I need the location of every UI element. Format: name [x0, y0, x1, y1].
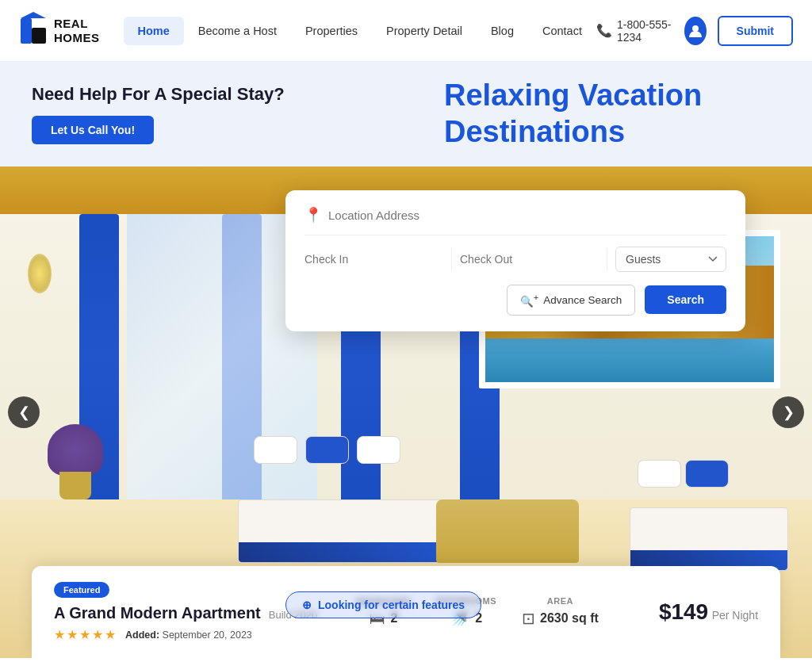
area-label: Area — [547, 596, 573, 606]
user-avatar[interactable] — [684, 17, 707, 45]
features-icon: ⊕ — [302, 599, 312, 611]
featured-badge: Featured — [54, 582, 109, 598]
plant-pot — [59, 472, 91, 499]
nav-link-become-host[interactable]: Become a Host — [184, 17, 291, 45]
bed-2 — [630, 476, 788, 571]
search-actions: 🔍+ Advance Search Search — [304, 285, 726, 316]
nav-link-properties[interactable]: Properties — [291, 17, 372, 45]
pillow-4 — [638, 460, 681, 488]
svg-rect-1 — [32, 28, 46, 44]
vacation-title-section: Relaxing Vacation Destinations — [412, 62, 812, 166]
area-value: 2630 sq ft — [540, 611, 599, 626]
navbar: REALHOMES Home Become a Host Properties … — [0, 0, 812, 62]
phone-group: 📞 1-800-555-1234 — [596, 18, 673, 44]
property-title: A Grand Modern Apartment — [54, 604, 261, 622]
bed-body-2 — [630, 507, 788, 571]
advance-search-button[interactable]: 🔍+ Advance Search — [507, 285, 636, 316]
star-rating: ★★★★★ — [54, 627, 117, 642]
help-banner: Need Help For A Special Stay? Let Us Cal… — [0, 62, 412, 166]
location-row: 📍 — [304, 206, 726, 235]
price: $149 — [659, 599, 708, 624]
guests-select[interactable]: Guests 1 Guest 2 Guests 3 Guests 4+ Gues… — [615, 247, 726, 272]
phone-icon: 📞 — [596, 23, 612, 38]
help-text: Need Help For A Special Stay? — [32, 84, 285, 105]
svg-point-3 — [692, 25, 699, 32]
plant — [48, 428, 103, 499]
painting-water — [485, 339, 774, 382]
hero-top-section: Need Help For A Special Stay? Let Us Cal… — [0, 62, 812, 166]
user-icon — [688, 23, 703, 39]
pillow-5 — [685, 460, 729, 488]
nav-right: 📞 1-800-555-1234 Submit — [596, 16, 793, 46]
logo-icon — [19, 12, 48, 50]
area-group: Area ⊡ 2630 sq ft — [522, 596, 599, 628]
area-icon: ⊡ — [522, 609, 535, 628]
plant-leaves — [48, 424, 103, 476]
checkout-input[interactable] — [460, 250, 599, 269]
price-section: $149 Per Night — [659, 599, 758, 625]
hero-section: ❮ ❯ 📍 Guests 1 Guest 2 Guests 3 Guests 4… — [0, 166, 812, 658]
call-button[interactable]: Let Us Call You! — [32, 116, 154, 144]
per-night: Per Night — [712, 609, 758, 622]
bed-1 — [238, 452, 444, 563]
nav-link-contact[interactable]: Contact — [528, 17, 596, 45]
features-link[interactable]: ⊕ Looking for certain features — [285, 591, 481, 618]
search-box: 📍 Guests 1 Guest 2 Guests 3 Guests 4+ Gu… — [285, 190, 745, 331]
search-button[interactable]: Search — [645, 285, 726, 314]
phone-number: 1-800-555-1234 — [617, 18, 673, 44]
nav-links: Home Become a Host Properties Property D… — [124, 17, 596, 45]
prev-slide-button[interactable]: ❮ — [8, 396, 40, 428]
pillow-2 — [305, 436, 349, 464]
added-text: Added: September 20, 2023 — [125, 629, 252, 641]
svg-rect-0 — [21, 18, 32, 44]
bed-runner-1 — [239, 542, 443, 562]
rating-row: ★★★★★ Added: September 20, 2023 — [54, 627, 340, 642]
advance-search-icon: 🔍+ — [520, 293, 539, 308]
submit-button[interactable]: Submit — [718, 16, 793, 46]
logo-text: REALHOMES — [54, 17, 100, 45]
bed-body-1 — [238, 499, 444, 563]
pillow-3 — [357, 436, 400, 464]
area-value-row: ⊡ 2630 sq ft — [522, 609, 599, 628]
nav-link-property-detail[interactable]: Property Detail — [372, 17, 477, 45]
next-slide-button[interactable]: ❯ — [772, 396, 804, 428]
date-divider-2 — [607, 248, 607, 270]
pillow-1 — [254, 436, 297, 464]
location-icon: 📍 — [304, 206, 322, 224]
logo[interactable]: REALHOMES — [19, 12, 100, 50]
sofa — [436, 499, 579, 563]
vacation-title: Relaxing Vacation Destinations — [444, 78, 780, 150]
date-divider — [451, 248, 452, 270]
checkin-input[interactable] — [304, 250, 443, 269]
location-input[interactable] — [328, 209, 726, 222]
nav-link-home[interactable]: Home — [124, 17, 184, 45]
nav-link-blog[interactable]: Blog — [477, 17, 528, 45]
wall-lamp — [28, 254, 52, 293]
svg-marker-2 — [21, 12, 46, 18]
date-guests-row: Guests 1 Guest 2 Guests 3 Guests 4+ Gues… — [304, 247, 726, 272]
